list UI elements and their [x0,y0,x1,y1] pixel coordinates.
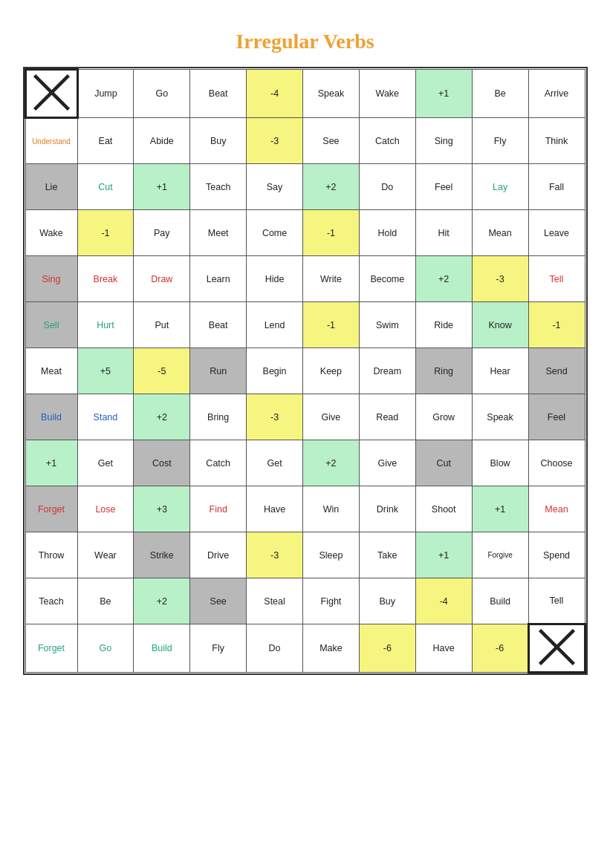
table-cell: Give [303,394,360,440]
table-cell: Have [415,624,472,673]
table-cell: Speak [303,70,360,118]
table-cell: Meet [190,210,247,256]
table-cell: Become [359,256,415,302]
table-cell: Hit [415,210,472,256]
table-cell: Grow [415,394,472,440]
table-cell: Jump [77,70,134,118]
table-cell: Be [472,70,528,118]
table-cell: Pay [134,210,190,256]
table-cell: Hurt [77,302,134,348]
table-cell: Mean [528,486,585,532]
table-cell: Have [247,486,303,532]
table-cell: Win [303,486,360,532]
table-cell: Beat [190,70,247,118]
table-cell: Lend [247,302,303,348]
table-cell: +1 [472,486,528,532]
table-cell: Sing [25,256,77,302]
board: JumpGoBeat-4SpeakWake+1BeArriveUnderstan… [23,67,588,675]
table-cell: -3 [247,394,303,440]
table-cell: Keep [303,348,360,394]
table-cell: -1 [303,210,360,256]
table-cell: Come [247,210,303,256]
table-cell: Sleep [303,532,360,578]
table-cell: Speak [472,394,528,440]
table-cell: Get [247,440,303,486]
table-cell: Build [472,578,528,624]
table-cell: Drink [359,486,415,532]
table-cell: Shoot [415,486,472,532]
table-cell: Throw [25,532,77,578]
table-cell: Spend [528,532,585,578]
table-cell: Ring [415,348,472,394]
table-cell: Build [134,624,190,673]
table-cell: Say [247,164,303,210]
table-cell: Dream [359,348,415,394]
table-cell: Cut [415,440,472,486]
table-cell: Buy [359,578,415,624]
table-cell: Draw [134,256,190,302]
table-cell: Forgive [472,532,528,578]
table-cell: Forget [25,624,77,673]
table-cell: Strike [134,532,190,578]
table-cell: Stand [77,394,134,440]
table-cell: See [303,118,360,164]
table-cell: Drive [190,532,247,578]
table-cell: +2 [303,164,360,210]
table-cell: Sing [415,118,472,164]
page: Irregular Verbs JumpGoBeat-4SpeakWake+1B… [16,15,595,693]
table-cell: Teach [190,164,247,210]
table-cell: Wake [25,210,77,256]
table-cell: Think [528,118,585,164]
page-title: Irregular Verbs [23,30,588,53]
table-cell: Fly [472,118,528,164]
table-cell: -3 [472,256,528,302]
table-cell: Wake [359,70,415,118]
table-cell: Go [77,624,134,673]
table-cell: Buy [190,118,247,164]
table-cell: Do [359,164,415,210]
table-cell: Abide [134,118,190,164]
table-cell: -1 [77,210,134,256]
table-cell: Swim [359,302,415,348]
table-cell: Go [134,70,190,118]
table-cell: -6 [359,624,415,673]
table-cell: Arrive [528,70,585,118]
table-cell: -4 [247,70,303,118]
table-cell: Send [528,348,585,394]
table-cell: Hold [359,210,415,256]
table-cell: Bring [190,394,247,440]
table-cell: Leave [528,210,585,256]
table-cell: Fight [303,578,360,624]
table-cell: Run [190,348,247,394]
table-cell: Tell [528,256,585,302]
table-cell: +5 [77,348,134,394]
table-cell: Put [134,302,190,348]
table-cell: Fall [528,164,585,210]
table-cell: Learn [190,256,247,302]
table-cell: Wear [77,532,134,578]
table-cell: Catch [359,118,415,164]
table-cell: Sell [25,302,77,348]
table-cell: Hear [472,348,528,394]
table-cell: +1 [415,532,472,578]
table-cell: Lie [25,164,77,210]
table-cell: Make [303,624,360,673]
table-cell: Steal [247,578,303,624]
table-cell: Feel [415,164,472,210]
table-cell: Hide [247,256,303,302]
table-cell: Fly [190,624,247,673]
table-cell: Write [303,256,360,302]
table-cell: Feel [528,394,585,440]
table-cell: Break [77,256,134,302]
table-cell: See [190,578,247,624]
table-cell: +3 [134,486,190,532]
table-cell: Lose [77,486,134,532]
table-cell: Catch [190,440,247,486]
table-cell: -1 [303,302,360,348]
table-cell: Eat [77,118,134,164]
table-cell: -5 [134,348,190,394]
table-cell: Understand [25,118,77,164]
table-cell: Blow [472,440,528,486]
table-cell [25,70,77,118]
table-cell: +2 [303,440,360,486]
